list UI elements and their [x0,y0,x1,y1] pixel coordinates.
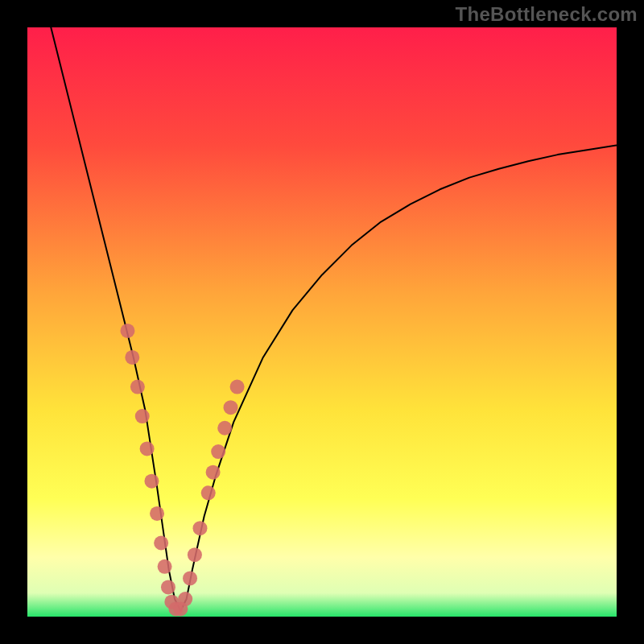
highlight-dot [130,380,145,394]
highlight-dot [206,465,221,480]
highlight-dot [120,324,134,338]
highlight-dot [154,536,168,551]
highlight-dot [158,559,172,574]
highlight-dot [125,350,139,365]
highlight-dot [188,547,202,562]
plot-background [27,27,617,617]
highlight-dot [192,521,207,535]
highlight-dot [230,380,245,394]
attribution-label: TheBottleneck.com [456,3,638,26]
highlight-dot [140,441,155,456]
highlight-dot [183,571,197,585]
highlight-dot [135,409,150,423]
highlight-dot [150,506,164,521]
highlight-dot [211,444,225,459]
highlight-dot [224,400,238,415]
highlight-dot [144,474,159,489]
highlight-dot [161,580,175,594]
chart-stage: TheBottleneck.com [0,0,644,644]
bottleneck-curve-chart [0,0,644,644]
highlight-dot [217,421,232,436]
highlight-dot [201,485,216,500]
highlight-dot [178,592,192,606]
